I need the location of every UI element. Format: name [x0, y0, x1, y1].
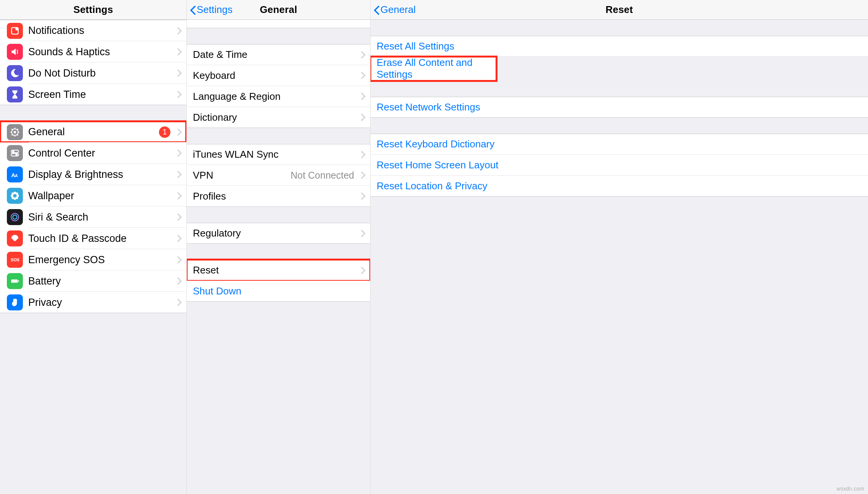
- row-label: VPN: [193, 169, 290, 181]
- svg-point-28: [11, 213, 19, 221]
- row-label: Reset Home Screen Layout: [377, 159, 862, 171]
- row-datetime[interactable]: Date & Time: [187, 44, 370, 65]
- row-dictionary[interactable]: Dictionary: [187, 107, 370, 128]
- row-regulatory[interactable]: Regulatory: [187, 223, 370, 244]
- chevron-right-icon: [176, 27, 180, 35]
- chevron-left-icon: [190, 5, 196, 15]
- row-label: iTunes WLAN Sync: [193, 149, 357, 160]
- general-pane: Settings General Date & Time Keyboard La…: [187, 0, 371, 494]
- row-screentime[interactable]: Screen Time: [0, 84, 186, 105]
- chevron-right-icon: [359, 192, 364, 200]
- row-erase-all[interactable]: Erase All Content and Settings: [371, 57, 496, 81]
- row-controlcenter[interactable]: Control Center: [0, 142, 186, 164]
- row-display[interactable]: AA Display & Brightness: [0, 164, 186, 185]
- reset-navbar: General Reset: [371, 0, 868, 20]
- group-separator: [0, 105, 186, 121]
- row-battery[interactable]: Battery: [0, 270, 186, 292]
- hand-icon: [7, 294, 23, 310]
- cut-row: [187, 20, 370, 28]
- back-label: Settings: [197, 4, 233, 16]
- general-title: General: [260, 4, 297, 16]
- svg-point-24: [16, 192, 18, 195]
- row-reset-loc[interactable]: Reset Location & Privacy: [371, 176, 868, 197]
- row-notifications[interactable]: Notifications: [0, 20, 186, 41]
- chevron-left-icon: [374, 5, 380, 15]
- svg-line-10: [11, 134, 12, 135]
- settings-pane: Settings Notifications Sounds & Haptics …: [0, 0, 187, 494]
- row-sos[interactable]: SOS Emergency SOS: [0, 249, 186, 270]
- chevron-right-icon: [176, 69, 180, 77]
- back-to-settings[interactable]: Settings: [190, 0, 233, 19]
- battery-icon: [7, 273, 23, 289]
- row-wallpaper[interactable]: Wallpaper: [0, 185, 186, 206]
- row-label: Reset Keyboard Dictionary: [377, 138, 862, 150]
- group-separator: [187, 28, 370, 44]
- row-reset[interactable]: Reset: [187, 260, 370, 281]
- svg-line-9: [18, 134, 18, 135]
- chevron-right-icon: [359, 72, 364, 79]
- row-keyboard[interactable]: Keyboard: [187, 65, 370, 86]
- row-vpn[interactable]: VPN Not Connected: [187, 165, 370, 186]
- settings-navbar: Settings: [0, 0, 186, 20]
- row-label: Reset Location & Privacy: [377, 180, 862, 192]
- row-touchid[interactable]: Touch ID & Passcode: [0, 228, 186, 249]
- chevron-right-icon: [359, 230, 364, 237]
- group-separator: [371, 118, 868, 134]
- row-label: Notifications: [28, 25, 173, 37]
- row-label: Battery: [28, 275, 173, 287]
- row-label: Reset: [193, 264, 357, 276]
- settings-title: Settings: [73, 4, 113, 16]
- row-label: Do Not Disturb: [28, 67, 173, 79]
- chevron-right-icon: [359, 51, 364, 59]
- svg-point-23: [11, 192, 14, 195]
- group-separator: [187, 207, 370, 223]
- chevron-right-icon: [359, 171, 364, 179]
- fingerprint-icon: [7, 230, 23, 246]
- row-shutdown[interactable]: Shut Down: [187, 281, 370, 302]
- row-dnd[interactable]: Do Not Disturb: [0, 62, 186, 84]
- row-label: Siri & Search: [28, 211, 173, 223]
- chevron-right-icon: [359, 267, 364, 274]
- svg-point-13: [12, 150, 14, 153]
- row-label: Control Center: [28, 147, 173, 159]
- row-label: Erase All Content and Settings: [377, 57, 490, 80]
- row-label: Privacy: [28, 297, 173, 309]
- chevron-right-icon: [176, 171, 180, 178]
- row-detail: Not Connected: [290, 170, 354, 181]
- svg-rect-32: [18, 280, 19, 282]
- chevron-right-icon: [176, 213, 180, 221]
- group-separator: [187, 244, 370, 260]
- row-general[interactable]: General 1: [0, 121, 186, 142]
- row-privacy[interactable]: Privacy: [0, 292, 186, 313]
- chevron-right-icon: [359, 151, 364, 158]
- svg-line-8: [11, 129, 12, 129]
- row-label: Language & Region: [193, 91, 357, 102]
- chevron-right-icon: [176, 149, 180, 157]
- chevron-right-icon: [176, 192, 180, 200]
- row-reset-all[interactable]: Reset All Settings: [371, 36, 868, 57]
- sounds-icon: [7, 44, 23, 60]
- row-profiles[interactable]: Profiles: [187, 186, 370, 207]
- chevron-right-icon: [176, 48, 180, 56]
- svg-point-3: [14, 131, 16, 133]
- row-label: Sounds & Haptics: [28, 46, 173, 58]
- back-to-general[interactable]: General: [374, 0, 416, 19]
- row-reset-kb[interactable]: Reset Keyboard Dictionary: [371, 134, 868, 155]
- reset-pane: General Reset Reset All Settings Erase A…: [371, 0, 868, 494]
- row-sounds[interactable]: Sounds & Haptics: [0, 41, 186, 62]
- notifications-icon: [7, 23, 23, 39]
- row-reset-net[interactable]: Reset Network Settings: [371, 97, 868, 118]
- row-itunes[interactable]: iTunes WLAN Sync: [187, 144, 370, 165]
- general-badge: 1: [159, 126, 170, 138]
- row-siri[interactable]: Siri & Search: [0, 206, 186, 228]
- row-language[interactable]: Language & Region: [187, 86, 370, 107]
- row-reset-home[interactable]: Reset Home Screen Layout: [371, 155, 868, 176]
- general-navbar: Settings General: [187, 0, 370, 20]
- row-label: Reset All Settings: [377, 40, 862, 52]
- chevron-right-icon: [359, 114, 364, 121]
- row-label: Date & Time: [193, 49, 357, 61]
- row-label: General: [28, 126, 159, 138]
- row-label: Touch ID & Passcode: [28, 233, 173, 245]
- group-separator: [371, 81, 868, 97]
- row-label: Wallpaper: [28, 190, 173, 202]
